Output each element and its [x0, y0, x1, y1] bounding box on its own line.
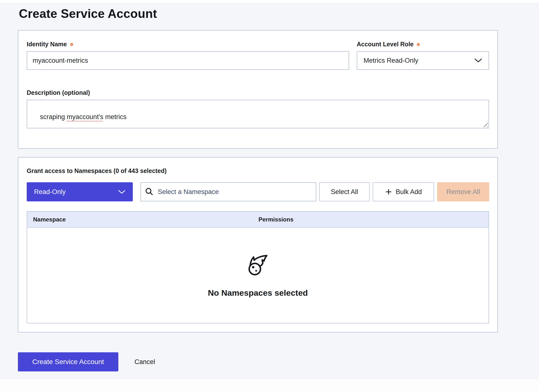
namespace-access-card: Grant access to Namespaces (0 of 443 sel…	[18, 157, 498, 332]
namespaces-table-header: Namespace Permissions	[27, 212, 489, 228]
namespaces-heading: Grant access to Namespaces (0 of 443 sel…	[27, 167, 489, 174]
create-service-account-button[interactable]: Create Service Account	[18, 352, 118, 371]
namespace-search	[140, 182, 316, 201]
description-text-suffix: metrics	[103, 113, 127, 121]
description-text-misspelled: myaccount's	[67, 113, 103, 121]
identity-name-label: Identity Name	[27, 40, 349, 48]
account-level-role-label: Account Level Role	[357, 40, 489, 48]
namespaces-table-body: No Namespaces selected	[27, 228, 489, 323]
required-dot-icon	[70, 43, 73, 46]
bulk-add-button[interactable]: Bulk Add	[373, 182, 434, 201]
required-dot-icon	[417, 43, 420, 46]
search-icon	[145, 187, 154, 196]
footer-actions: Create Service Account Cancel	[18, 352, 539, 371]
permission-role-value: Read-Only	[34, 188, 66, 196]
page-title: Create Service Account	[0, 0, 539, 25]
namespace-controls: Read-Only Select All	[27, 182, 489, 201]
identity-name-input[interactable]	[27, 51, 349, 70]
namespace-search-input[interactable]	[157, 188, 312, 196]
empty-state-message: No Namespaces selected	[208, 288, 308, 298]
select-all-button[interactable]: Select All	[319, 182, 370, 201]
remove-all-label: Remove All	[446, 188, 480, 196]
cancel-button[interactable]: Cancel	[135, 358, 155, 366]
description-textarea[interactable]: scraping myaccount's metrics	[27, 100, 489, 128]
select-all-label: Select All	[331, 188, 358, 196]
chevron-down-icon	[474, 58, 482, 63]
top-white-strip	[0, 0, 539, 2]
permission-role-dropdown[interactable]: Read-Only	[27, 182, 133, 201]
textarea-resize-handle[interactable]	[482, 121, 488, 127]
description-text-prefix: scraping	[40, 113, 67, 121]
account-level-role-select[interactable]: Metrics Read-Only	[357, 51, 489, 70]
chevron-down-icon	[118, 190, 125, 194]
account-level-role-label-text: Account Level Role	[357, 41, 414, 48]
column-header-permissions: Permissions	[258, 216, 489, 223]
plus-icon	[385, 188, 392, 196]
account-level-role-value: Metrics Read-Only	[364, 57, 418, 64]
comet-icon	[247, 255, 269, 277]
description-label-text: Description (optional)	[27, 89, 90, 96]
identity-card: Identity Name Account Level Role Metrics…	[18, 30, 498, 149]
identity-name-label-text: Identity Name	[27, 41, 67, 48]
namespaces-table: Namespace Permissions No Namespaces sele…	[27, 211, 489, 323]
description-label: Description (optional)	[27, 89, 489, 96]
bulk-add-label: Bulk Add	[396, 188, 422, 196]
bottom-white-strip	[0, 379, 539, 392]
empty-state: No Namespaces selected	[208, 255, 308, 298]
column-header-namespace: Namespace	[27, 216, 258, 223]
remove-all-button[interactable]: Remove All	[437, 182, 489, 201]
